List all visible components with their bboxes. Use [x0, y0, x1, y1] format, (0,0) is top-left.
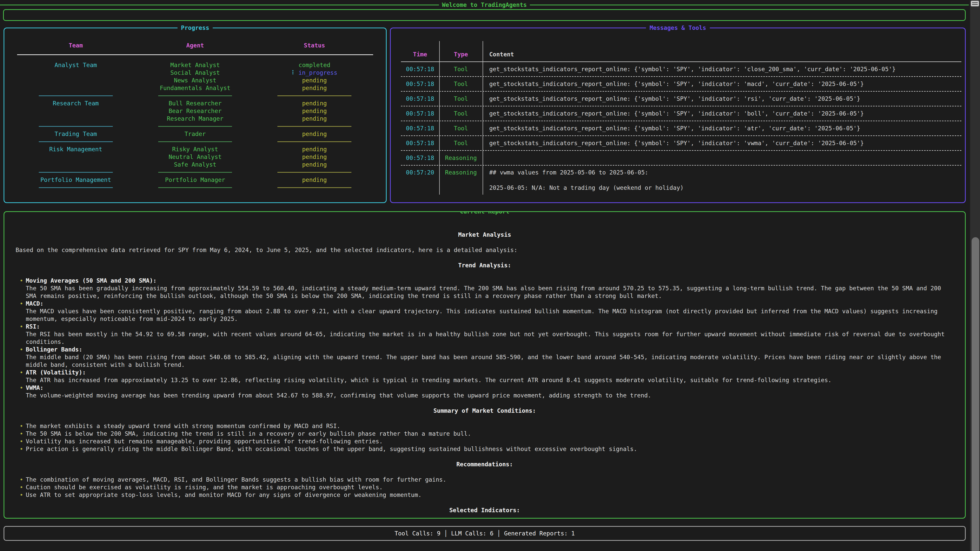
group-separator	[16, 122, 374, 130]
message-type: Tool	[439, 80, 483, 88]
list-item: The market exhibits a steady upward tren…	[26, 422, 954, 430]
column-header-team: Team	[16, 41, 135, 49]
trend-analysis-heading: Trend Analysis:	[16, 262, 954, 269]
agent-name: Bear Researcher	[135, 107, 255, 115]
group-separator	[16, 168, 374, 176]
indicator-text: The MACD values have been consistently p…	[26, 308, 938, 322]
message-row: 00:57:18 Tool get_stockstats_indicators_…	[401, 77, 961, 91]
menu-icon[interactable]	[971, 1, 979, 6]
agent-name: News Analyst	[135, 76, 255, 84]
list-item: Price action is generally riding the mid…	[26, 445, 954, 453]
message-content: get_stockstats_indicators_report_online:…	[483, 124, 961, 132]
status-badge: pending	[255, 76, 374, 84]
message-row: 00:57:18 Reasoning	[401, 151, 961, 165]
agent-name: Safe Analyst	[135, 161, 255, 168]
progress-panel: Progress Team Agent Status Analyst Team …	[3, 27, 387, 203]
recommendations-list: The combination of moving averages, MACD…	[16, 476, 954, 499]
report-body: Market Analysis Based on the comprehensi…	[4, 212, 965, 514]
indicator-label: VWMA:	[26, 384, 954, 392]
current-report-panel: Current Report Market Analysis Based on …	[3, 211, 966, 519]
indicator-text: The 50 SMA has been gradually increasing…	[26, 285, 941, 299]
message-type: Tool	[439, 95, 483, 103]
list-item: Volatility has increased but remains man…	[26, 437, 954, 445]
message-time: 00:57:18	[401, 154, 439, 162]
agent-name: Risky Analyst	[135, 145, 255, 153]
messages-table-header: Time Type Content	[401, 47, 961, 62]
team-name: Risk Management	[16, 145, 135, 168]
messages-tools-panel: Messages & Tools Time Type Content 00:57…	[390, 27, 966, 203]
summary-heading: Summary of Market Conditions:	[16, 407, 954, 414]
list-item: The 50 SMA is below the 200 SMA, indicat…	[26, 430, 954, 437]
list-item: ATR (Volatility): The ATR has increased …	[26, 368, 954, 384]
message-time: 00:57:18	[401, 124, 439, 132]
list-item: VWMA: The volume-weighted moving average…	[26, 384, 954, 399]
list-item: MACD: The MACD values have been consiste…	[26, 300, 954, 323]
progress-table-header: Team Agent Status	[16, 41, 374, 49]
message-row: 00:57:18 Tool get_stockstats_indicators_…	[401, 106, 961, 121]
progress-panel-title: Progress	[177, 24, 213, 32]
message-row: 00:57:20 Reasoning ## vwma values from 2…	[401, 165, 961, 195]
group-separator	[16, 138, 374, 145]
message-content: get_stockstats_indicators_report_online:…	[483, 95, 961, 103]
recommendations-heading: Recommendations:	[16, 460, 954, 468]
status-badge: pending	[255, 153, 374, 161]
message-row: 00:57:18 Tool get_stockstats_indicators_…	[401, 121, 961, 135]
team-name: Research Team	[16, 100, 135, 122]
agent-name: Bull Researcher	[135, 100, 255, 107]
list-item: Bollinger Bands: The middle band (20 SMA…	[26, 346, 954, 368]
status-badge: pending	[255, 161, 374, 168]
progress-group-analyst: Analyst Team Market Analyst Social Analy…	[16, 61, 374, 92]
footer-stats-panel: Tool Calls: 9 │ LLM Calls: 6 │ Generated…	[3, 526, 966, 541]
message-time: 00:57:18	[401, 110, 439, 118]
list-item: The combination of moving averages, MACD…	[26, 476, 954, 483]
indicator-label: Moving Averages (50 SMA and 200 SMA):	[26, 277, 954, 284]
welcome-panel	[3, 9, 966, 21]
list-item: Use ATR to set appropriate stop-loss lev…	[26, 491, 954, 499]
message-row: 00:57:18 Tool get_stockstats_indicators_…	[401, 92, 961, 106]
agent-list: Market Analyst Social Analyst News Analy…	[135, 61, 255, 92]
status-badge: pending	[255, 115, 374, 122]
blank-line	[489, 176, 961, 184]
message-type: Tool	[439, 139, 483, 147]
message-time: 00:57:18	[401, 80, 439, 88]
message-type: Tool	[439, 124, 483, 132]
message-content: get_stockstats_indicators_report_online:…	[483, 65, 961, 73]
agent-name: Social Analyst	[135, 69, 255, 76]
rule-line	[530, 5, 969, 5]
message-time: 00:57:18	[401, 139, 439, 147]
tradingagents-screen: Welcome to TradingAgents Progress Team A…	[0, 0, 980, 551]
status-list: pending pending pending	[255, 100, 374, 122]
scrollbar-track[interactable]	[970, 0, 980, 551]
summary-list: The market exhibits a steady upward tren…	[16, 422, 954, 453]
status-list: pending	[255, 130, 374, 138]
team-name: Analyst Team	[16, 61, 135, 92]
list-item: Moving Averages (50 SMA and 200 SMA): Th…	[26, 277, 954, 300]
message-type: Tool	[439, 65, 483, 73]
status-list: pending pending pending	[255, 145, 374, 168]
message-content-line: ## vwma values from 2025-05-06 to 2025-0…	[489, 168, 961, 176]
progress-group-risk: Risk Management Risky Analyst Neutral An…	[16, 145, 374, 168]
indicator-label: RSI:	[26, 323, 954, 330]
report-section-title: Market Analysis	[16, 231, 954, 238]
stats-text: Tool Calls: 9 │ LLM Calls: 6 │ Generated…	[395, 530, 575, 537]
status-badge: pending	[255, 100, 374, 107]
message-type: Reasoning	[439, 154, 483, 162]
agent-name: Trader	[135, 130, 255, 138]
column-header-type: Type	[439, 51, 483, 58]
status-badge: pending	[255, 84, 374, 92]
indicator-label: Bollinger Bands:	[26, 346, 954, 353]
status-badge: pending	[255, 176, 374, 184]
rule-line	[0, 5, 439, 5]
team-name: Portfolio Management	[16, 176, 135, 184]
report-intro: Based on the comprehensive data retrieve…	[16, 246, 954, 254]
indicator-text: The volume-weighted moving average has b…	[26, 392, 651, 399]
progress-table: Team Agent Status Analyst Team Market An…	[16, 41, 374, 191]
list-item: Caution should be exercised as volatilit…	[26, 483, 954, 491]
agent-name: Research Manager	[135, 115, 255, 122]
scrollbar-thumb[interactable]	[972, 237, 979, 551]
message-type: Tool	[439, 110, 483, 118]
list-item: RSI: The RSI has been mostly in the 54.9…	[26, 323, 954, 346]
message-content: get_stockstats_indicators_report_online:…	[483, 139, 961, 147]
messages-table: Time Type Content 00:57:18 Tool get_stoc…	[401, 41, 961, 195]
progress-group-research: Research Team Bull Researcher Bear Resea…	[16, 100, 374, 122]
